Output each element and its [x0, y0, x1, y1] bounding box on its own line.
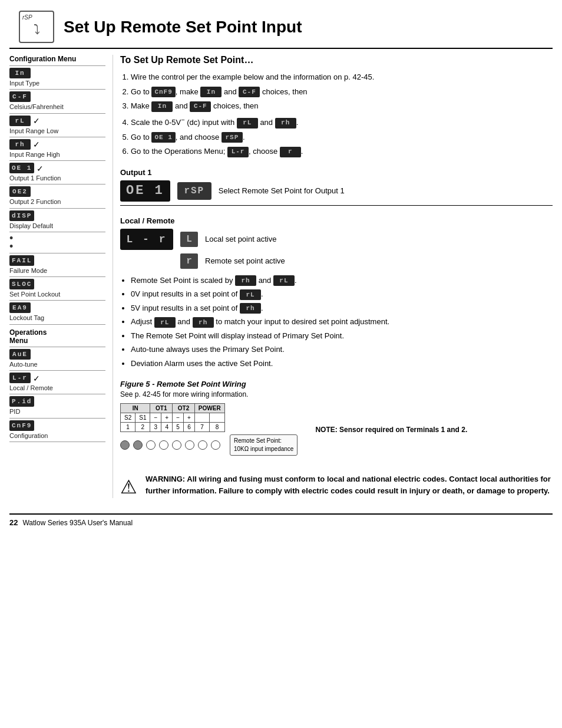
td-8: 8 [210, 423, 224, 432]
lcd-rl: rL [9, 116, 31, 126]
output1-desc: Select Remote Set Point for Output 1 [219, 186, 345, 195]
lcd-ea9: EA9 [9, 302, 31, 313]
lcd-lr: L-r [9, 373, 31, 383]
page-title: Set Up Remote Set Point Input [64, 18, 302, 37]
inline-cnf9: CnF9 [151, 87, 175, 97]
terminal-1 [120, 440, 130, 450]
td-empty2 [210, 413, 224, 423]
lcd-ot1: OE 1 [9, 163, 34, 173]
bullet-1: Remote Set Point is scaled by rh and rL. [131, 275, 553, 286]
page-footer: 22 Watlow Series 935A User's Manual [9, 513, 553, 527]
warning-section: ⚠ WARNING: All wiring and fusing must co… [120, 467, 553, 498]
terminal-4 [159, 440, 168, 450]
th-ot1: OT1 [150, 404, 173, 413]
label-pid: PID [9, 407, 105, 416]
td-minus1: − [150, 413, 161, 423]
step-4: Scale the 0-5V− (dc) input with rL and r… [131, 115, 553, 129]
sidebar-dots: •• [9, 234, 105, 251]
label-range-low: Input Range Low [9, 127, 105, 135]
sidebar-item-range-high: rh ✓ Input Range High [9, 139, 105, 159]
lcd-l-small: L [180, 232, 198, 247]
th-power: POWER [194, 404, 224, 413]
warning-text: WARNING: All wiring and fusing must conf… [146, 473, 553, 496]
header-icon-box: rSP ⤵ [19, 11, 54, 43]
td-s2: S2 [121, 413, 135, 423]
output1-section: Output 1 OE 1 rSP Select Remote Set Poin… [120, 168, 553, 206]
inline-rh-b4: rh [193, 317, 214, 328]
inline-ot1-s5: OE 1 [151, 132, 175, 143]
config-menu-title: Configuration Menu [9, 55, 105, 63]
td-s1: S1 [135, 413, 150, 423]
td-empty1 [194, 413, 209, 423]
lcd-cf: C-F [9, 91, 31, 102]
header-icon-arrow: ⤵ [34, 22, 40, 37]
sidebar-item-display: dISP Display Default [9, 210, 105, 230]
callout-box: Remote Set Point:10KΩ input impedance [230, 434, 297, 456]
th-in: IN [121, 404, 150, 413]
wiring-table-container: IN OT1 OT2 POWER S2 S1 − + − [120, 403, 297, 456]
lcd-r-small: r [180, 253, 198, 269]
lr-r-desc: Remote set point active [205, 256, 285, 265]
footer-text: Watlow Series 935A User's Manual [22, 519, 133, 527]
bullet-5: The Remote Set Point will display instea… [131, 330, 553, 342]
output1-label: Output 1 [120, 168, 553, 177]
label-display-default: Display Default [9, 222, 105, 230]
label-setpoint-lockout: Set Point Lockout [9, 290, 105, 298]
inline-in-s2: In [200, 87, 222, 97]
step-3: Make In and C-F choices, then [131, 100, 553, 112]
inline-rsp-s5: rSP [222, 132, 243, 143]
bullets-list: Remote Set Point is scaled by rh and rL.… [131, 275, 553, 370]
lcd-ot2: OE2 [9, 186, 31, 197]
main-content: Configuration Menu In Input Type C-F Cel… [0, 49, 562, 504]
wiring-table: IN OT1 OT2 POWER S2 S1 − + − [120, 403, 225, 432]
step-1: Wire the control per the example below a… [131, 71, 553, 83]
inline-rl-b1: rL [273, 275, 295, 286]
inline-rh-s4: rh [275, 118, 296, 129]
inline-r-s6: r [280, 147, 301, 157]
step-6: Go to the Operations Menu; L-r, choose r… [131, 146, 553, 157]
terminal-6 [185, 440, 194, 450]
wiring-diagram: IN OT1 OT2 POWER S2 S1 − + − [120, 403, 553, 456]
terminal-7 [198, 440, 207, 450]
page-header: rSP ⤵ Set Up Remote Set Point Input [9, 6, 553, 49]
wiring-note: NOTE: Sensor required on Terminals 1 and… [315, 426, 467, 434]
label-output1-function: Output 1 Function [9, 174, 105, 182]
lcd-cnf9: CnF9 [9, 420, 34, 431]
inline-rh-b1: rh [235, 275, 256, 286]
lcd-rh: rh [9, 139, 31, 150]
lcd-rsp-medium: rSP [177, 182, 211, 200]
checkmark-lr: ✓ [33, 374, 40, 383]
td-plus1: + [161, 413, 173, 423]
terminal-row: Remote Set Point:10KΩ input impedance [120, 434, 297, 456]
sidebar-item-pid: P.id PID [9, 396, 105, 416]
operations-menu-title: OperationsMenu [9, 328, 105, 345]
header-rsp-label: rSP [22, 14, 32, 21]
label-local-remote: Local / Remote [9, 384, 105, 392]
sidebar-item-autotune: AuE Auto-tune [9, 349, 105, 368]
inline-lr-s6: L-r [227, 147, 249, 157]
inline-rl-b4: rL [154, 317, 176, 328]
label-autotune: Auto-tune [9, 360, 105, 368]
terminal-8 [211, 440, 220, 450]
sidebar-item-sloc: SLOC Set Point Lockout [9, 279, 105, 298]
checkmark-rl: ✓ [33, 116, 40, 126]
main-heading: To Set Up Remote Set Point… [120, 55, 553, 65]
lcd-fail: FAIL [9, 255, 34, 266]
td-minus2: − [173, 413, 184, 423]
sidebar-item-output2: OE2 Output 2 Function [9, 186, 105, 206]
bullet-6: Auto-tune always uses the Primary Set Po… [131, 344, 553, 355]
inline-cf-s2: C-F [239, 87, 260, 97]
td-3: 3 [150, 423, 161, 432]
output1-row: OE 1 rSP Select Remote Set Point for Out… [120, 180, 553, 202]
inline-in-s3: In [151, 101, 173, 112]
sidebar-item-range-low: rL ✓ Input Range Low [9, 116, 105, 135]
lcd-aue: AuE [9, 349, 31, 360]
sidebar-item-input-type: In Input Type [9, 68, 105, 87]
terminal-2 [133, 440, 143, 450]
lr-r-row: r Remote set point active [180, 253, 553, 269]
sidebar-item-celsius: C-F Celsius/Fahrenheit [9, 91, 105, 111]
local-remote-label: Local / Remote [120, 216, 553, 225]
lcd-disp: dISP [9, 210, 34, 221]
step-2: Go to CnF9, make In and C-F choices, the… [131, 86, 553, 98]
sidebar-item-lockout-tag: EA9 Lockout Tag [9, 302, 105, 322]
